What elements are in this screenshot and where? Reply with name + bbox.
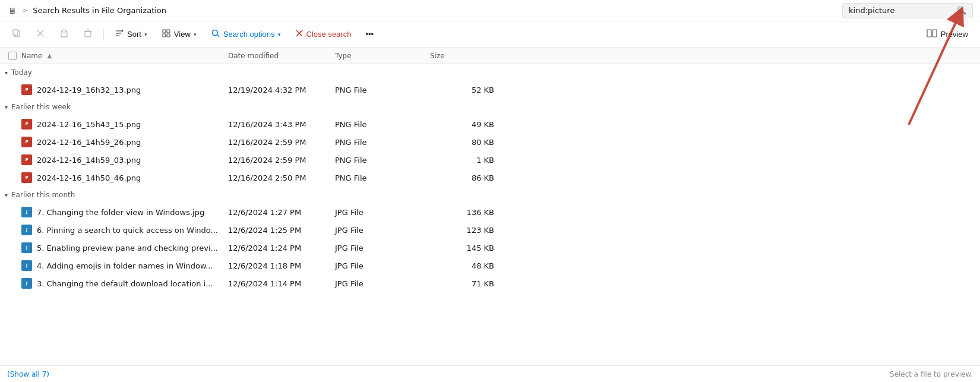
col-header-name[interactable]: Name ▲ bbox=[5, 52, 225, 60]
group-week-label: Earlier this week bbox=[11, 103, 71, 111]
svg-line-17 bbox=[217, 34, 219, 37]
jpg-icon: J bbox=[21, 207, 32, 217]
file-size: 1 KB bbox=[426, 156, 498, 165]
toolbar: Sort ▾ View ▾ Search options ▾ bbox=[0, 21, 980, 48]
file-size: 49 KB bbox=[426, 120, 498, 129]
file-date: 12/6/2024 1:27 PM bbox=[225, 208, 331, 217]
sort-label: Sort bbox=[127, 30, 141, 39]
svg-rect-1 bbox=[13, 30, 18, 35]
group-header-week[interactable]: ▾ Earlier this week bbox=[0, 99, 980, 115]
table-row[interactable]: J 5. Enabling preview pane and checking … bbox=[0, 239, 980, 257]
file-size: 86 KB bbox=[426, 173, 498, 182]
select-hint: Select a file to preview. bbox=[890, 370, 973, 378]
cut-button[interactable] bbox=[30, 24, 51, 45]
file-name-text: 2024-12-16_14h59_26.png bbox=[37, 138, 141, 147]
group-header-month[interactable]: ▾ Earlier this month bbox=[0, 187, 980, 203]
search-options-button[interactable]: Search options ▾ bbox=[205, 24, 287, 45]
file-type: JPG File bbox=[331, 279, 426, 288]
png-icon: P bbox=[21, 172, 32, 183]
group-month-label: Earlier this month bbox=[11, 191, 75, 199]
table-row[interactable]: J 4. Adding emojis in folder names in Wi… bbox=[0, 257, 980, 274]
breadcrumb-text: Search Results in File Organization bbox=[33, 6, 166, 15]
file-name-cell: P 2024-12-19_16h32_13.png bbox=[5, 84, 225, 95]
table-row[interactable]: P 2024-12-16_15h43_15.png 12/16/2024 3:4… bbox=[0, 115, 980, 133]
file-name-cell: P 2024-12-16_14h59_03.png bbox=[5, 154, 225, 165]
col-header-type[interactable]: Type bbox=[331, 52, 426, 60]
png-icon: P bbox=[21, 84, 32, 95]
file-type: PNG File bbox=[331, 173, 426, 182]
file-type: PNG File bbox=[331, 156, 426, 165]
file-date: 12/6/2024 1:14 PM bbox=[225, 279, 331, 288]
file-size: 136 KB bbox=[426, 208, 498, 217]
file-type: JPG File bbox=[331, 261, 426, 270]
preview-button[interactable]: Preview bbox=[921, 26, 974, 42]
file-name-text: 2024-12-16_14h50_46.png bbox=[37, 173, 141, 182]
table-row[interactable]: P 2024-12-19_16h32_13.png 12/19/2024 4:3… bbox=[0, 81, 980, 99]
show-all-link[interactable]: (Show all 7) bbox=[7, 370, 49, 378]
png-icon: P bbox=[21, 154, 32, 165]
col-name-sort: ▲ bbox=[47, 52, 52, 59]
file-name-text: 6. Pinning a search to quick access on W… bbox=[37, 226, 218, 235]
table-row[interactable]: P 2024-12-16_14h59_03.png 12/16/2024 2:5… bbox=[0, 151, 980, 169]
delete-button[interactable] bbox=[77, 24, 99, 45]
view-button[interactable]: View ▾ bbox=[156, 24, 203, 45]
file-date: 12/6/2024 1:18 PM bbox=[225, 261, 331, 270]
view-label: View bbox=[174, 30, 191, 39]
col-name-label: Name bbox=[21, 52, 42, 60]
file-type: JPG File bbox=[331, 226, 426, 235]
jpg-icon: J bbox=[21, 225, 32, 235]
column-headers: Name ▲ Date modified Type Size bbox=[0, 48, 980, 64]
search-options-icon bbox=[211, 29, 220, 40]
table-row[interactable]: J 3. Changing the default download locat… bbox=[0, 274, 980, 292]
file-size: 52 KB bbox=[426, 86, 498, 94]
file-type: PNG File bbox=[331, 86, 426, 94]
col-date-label: Date modified bbox=[228, 52, 279, 60]
file-name-cell: P 2024-12-16_14h50_46.png bbox=[5, 172, 225, 183]
svg-rect-12 bbox=[163, 30, 166, 33]
file-name-text: 4. Adding emojis in folder names in Wind… bbox=[37, 261, 213, 270]
group-header-today[interactable]: ▾ Today bbox=[0, 64, 980, 81]
title-bar: 🖥 > Search Results in File Organization … bbox=[0, 0, 980, 21]
group-month-chevron: ▾ bbox=[5, 192, 8, 198]
svg-rect-15 bbox=[167, 34, 170, 37]
file-size: 80 KB bbox=[426, 138, 498, 147]
file-name-text: 7. Changing the folder view in Windows.j… bbox=[37, 208, 204, 217]
copy-button[interactable] bbox=[6, 24, 27, 45]
sort-button[interactable]: Sort ▾ bbox=[109, 24, 153, 45]
table-row[interactable]: J 6. Pinning a search to quick access on… bbox=[0, 221, 980, 239]
more-icon: ••• bbox=[365, 30, 374, 39]
monitor-icon: 🖥 bbox=[7, 5, 18, 16]
file-name-cell: P 2024-12-16_15h43_15.png bbox=[5, 119, 225, 130]
file-name-cell: J 3. Changing the default download locat… bbox=[5, 278, 225, 289]
file-type: JPG File bbox=[331, 244, 426, 252]
col-type-label: Type bbox=[335, 52, 352, 60]
search-box[interactable]: kind:picture 🔍 bbox=[842, 3, 973, 18]
close-search-icon bbox=[295, 29, 304, 40]
preview-icon bbox=[927, 29, 937, 39]
col-header-size[interactable]: Size bbox=[426, 52, 498, 60]
table-row[interactable]: J 7. Changing the folder view in Windows… bbox=[0, 203, 980, 221]
cut-icon bbox=[36, 29, 45, 40]
toolbar-separator-1 bbox=[103, 29, 104, 40]
paste-button[interactable] bbox=[53, 24, 75, 45]
select-all-checkbox[interactable] bbox=[8, 52, 17, 60]
breadcrumb-separator: > bbox=[23, 7, 28, 14]
jpg-icon: J bbox=[21, 242, 32, 253]
file-type: JPG File bbox=[331, 208, 426, 217]
file-list: ▾ Today P 2024-12-19_16h32_13.png 12/19/… bbox=[0, 64, 980, 365]
table-row[interactable]: P 2024-12-16_14h59_26.png 12/16/2024 2:5… bbox=[0, 133, 980, 151]
file-type: PNG File bbox=[331, 120, 426, 129]
paste-icon bbox=[59, 29, 69, 40]
jpg-icon: J bbox=[21, 260, 32, 271]
table-row[interactable]: P 2024-12-16_14h50_46.png 12/16/2024 2:5… bbox=[0, 169, 980, 187]
svg-rect-6 bbox=[85, 31, 91, 37]
svg-rect-8 bbox=[87, 30, 89, 31]
col-header-date[interactable]: Date modified bbox=[225, 52, 331, 60]
delete-icon bbox=[83, 29, 93, 40]
close-search-button[interactable]: Close search bbox=[289, 24, 358, 45]
file-name-text: 2024-12-19_16h32_13.png bbox=[37, 86, 141, 94]
view-chevron: ▾ bbox=[194, 31, 197, 37]
svg-rect-5 bbox=[62, 30, 66, 32]
more-options-button[interactable]: ••• bbox=[359, 24, 380, 45]
search-options-label: Search options bbox=[223, 30, 275, 39]
